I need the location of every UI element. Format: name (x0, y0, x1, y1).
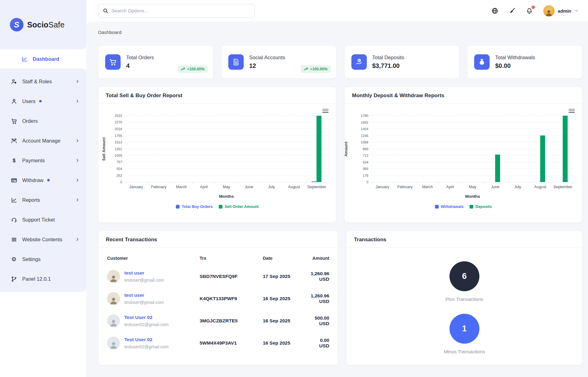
sidebar-item-withdraw[interactable]: Withdraw (0, 170, 86, 190)
table-row: test usertestuser@gmail.comSBD7NVESFQ9F1… (107, 270, 329, 283)
y-tick-label: 712 (363, 154, 368, 157)
breadcrumb: Dashboard (98, 30, 582, 35)
legend-marker (470, 205, 473, 209)
x-tick-mark (484, 182, 484, 184)
sidebar-item-orders[interactable]: Orders (0, 111, 86, 131)
chevron-right-icon (75, 198, 80, 202)
customer-name-link[interactable]: Test User 02 (124, 337, 168, 342)
cart-icon (105, 54, 121, 70)
sidebar-item-account-manage[interactable]: Account Manage (0, 131, 86, 151)
gridline (125, 162, 328, 162)
amount-cell: 1,260.96 USD (311, 271, 329, 282)
y-tick-label: 0 (366, 180, 368, 184)
sidebar-item-dashboard[interactable]: Dashboard (10, 49, 66, 69)
customer-name-link[interactable]: test user (124, 292, 164, 298)
customer-name-link[interactable]: test user (124, 270, 164, 276)
svg-text:$: $ (358, 59, 360, 62)
sidebar-item-label: Website Contents (22, 237, 62, 242)
sidebar-item-label: Withdraw (22, 177, 43, 183)
y-tick-label: 1009 (115, 154, 122, 157)
deposit-withdraw-report-card: Monthly Deposit & Withdraw ReportsAmount… (344, 87, 582, 223)
sidebar-item-support-ticket[interactable]: Support Ticket (0, 210, 86, 230)
chart-menu-icon[interactable] (322, 108, 329, 114)
chart-area: Sell Amount02525047571009126115131765201… (106, 104, 329, 216)
sidebar-item-website-contents[interactable]: Website Contents (0, 230, 86, 249)
sidebar: S SocioSafe Dashboard Staff & RolesUsers… (0, 0, 86, 377)
plus-transactions-count: 6 (449, 261, 479, 291)
sidebar-item-staff-roles[interactable]: Staff & Roles (0, 72, 86, 91)
stat-text: Total Orders4 (126, 55, 154, 69)
legend-item-total-buy-orders[interactable]: Total Buy Orders (176, 205, 213, 209)
x-tick-mark (305, 182, 306, 184)
trx-cell: 5WM4X49P3AV1 (200, 340, 263, 346)
gear-icon: ⚙ (10, 256, 17, 263)
x-tick-mark (328, 182, 328, 184)
stat-text: Social Accounts12 (249, 55, 285, 69)
transactions-summary-body: 6 Plus Transactions 1 Minus Transactions (346, 248, 582, 354)
sidebar-item-payments[interactable]: $Payments (0, 151, 86, 170)
x-tick-label: February (397, 185, 413, 189)
y-tick-label: 356 (363, 167, 368, 171)
credit-card-icon (10, 177, 17, 184)
x-tick-label: September (307, 185, 326, 189)
list-icon (10, 236, 17, 243)
sidebar-item-panel-12-0-1[interactable]: Panel 12.0.1 (0, 269, 86, 289)
customer-name-link[interactable]: Test User 02 (124, 315, 168, 320)
customer-avatar (107, 292, 120, 305)
legend-item-sell-order-amount[interactable]: Sell Order Amount (219, 205, 259, 209)
customer-name-block: Test User 02testuser02@gmail.com (124, 337, 168, 349)
legend-label: Deposits (475, 205, 492, 209)
broom-icon[interactable] (509, 7, 516, 14)
chevron-right-icon (75, 99, 80, 103)
stat-label: Total Withdrawals (495, 55, 535, 60)
search-box (98, 4, 255, 18)
legend-item-deposits[interactable]: Deposits (470, 205, 492, 209)
customer-name-block: test usertestuser@gmail.com (124, 292, 164, 305)
chart-title: Total Sell & Buy Order Reporst (98, 87, 336, 104)
x-tick-label: August (288, 185, 300, 189)
stats-row: Total Orders4+100.00%Social Accounts12+1… (98, 45, 582, 79)
chevron-right-icon (75, 139, 80, 143)
chart-line-icon (21, 56, 28, 62)
amount-cell: 500.00 USD (311, 315, 329, 326)
stat-value: $0.00 (495, 62, 535, 69)
globe-icon[interactable] (491, 7, 498, 14)
x-tick-mark (283, 182, 283, 184)
chart-area: Amount0178356534712890106812461424160217… (352, 104, 575, 216)
date-cell: 17 Sep 2025 (263, 274, 311, 279)
sidebar-active-slot: Dashboard (0, 49, 86, 68)
gridline (125, 175, 328, 176)
x-axis-title: Months (371, 194, 574, 199)
x-tick-label: April (446, 185, 454, 189)
x-tick-mark (215, 182, 215, 184)
search-input[interactable] (111, 8, 250, 14)
gridline (125, 155, 328, 155)
topbar-actions: admin (491, 5, 579, 17)
user-menu[interactable]: admin (543, 5, 579, 17)
column-header-trx: Trx (200, 256, 263, 261)
x-tick-mark (552, 182, 552, 184)
git-branch-icon (10, 276, 17, 282)
sidebar-item-settings[interactable]: ⚙Settings (0, 249, 86, 269)
plus-transactions-label: Plus Transactions (445, 296, 483, 302)
charts-row: Total Sell & Buy Order ReporstSell Amoun… (98, 87, 582, 223)
table-row: test usertestuser@gmail.comK4QKT133PWF91… (107, 292, 329, 305)
bar-deposits-august (540, 135, 545, 182)
sidebar-item-label: Orders (22, 118, 38, 124)
sidebar-item-reports[interactable]: Reports (0, 190, 86, 210)
x-tick-mark (260, 182, 261, 184)
chart-menu-icon[interactable] (569, 108, 575, 114)
stat-text: Total Deposits$3,771.00 (372, 55, 404, 69)
x-tick-label: January (375, 185, 389, 189)
gridline (371, 122, 574, 122)
trx-cell: K4QKT133PWF9 (200, 296, 263, 301)
legend-item-withdrawals[interactable]: Withdrawals (435, 205, 464, 209)
y-tick-label: 252 (117, 174, 122, 177)
y-tick-label: 1246 (361, 134, 368, 138)
brand-logo[interactable]: S SocioSafe (0, 0, 86, 49)
bell-icon[interactable] (526, 7, 533, 14)
sidebar-menu: Staff & RolesUsersOrdersAccount Manage$P… (0, 68, 86, 292)
sidebar-item-users[interactable]: Users (0, 91, 86, 111)
stat-label: Social Accounts (249, 55, 285, 60)
x-tick-mark (193, 182, 193, 184)
